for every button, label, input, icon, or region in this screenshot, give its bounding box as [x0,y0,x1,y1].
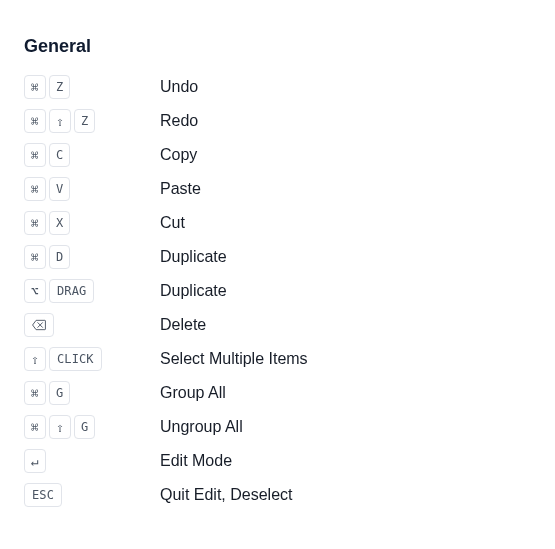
shortcut-list: ⌘ZUndo⌘⇧ZRedo⌘CCopy⌘VPaste⌘XCut⌘DDuplica… [24,75,531,507]
cmd-key: ⌘ [24,75,46,99]
key-z: Z [49,75,70,99]
cmd-key: ⌘ [24,245,46,269]
key-g: G [74,415,95,439]
shift-key: ⇧ [49,109,71,133]
shortcut-row: ⇧CLICKSelect Multiple Items [24,347,531,371]
key-v: V [49,177,70,201]
key-group: ↵ [24,449,160,473]
shortcut-row: ⌘DDuplicate [24,245,531,269]
key-group: ⌥DRAG [24,279,160,303]
shortcut-row: ⌘VPaste [24,177,531,201]
key-group: ⌘C [24,143,160,167]
shortcut-row: Delete [24,313,531,337]
shortcut-action: Duplicate [160,281,227,300]
backspace-icon [32,319,46,331]
key-drag: DRAG [49,279,94,303]
shortcut-row: ⌘CCopy [24,143,531,167]
key-group: ⌘G [24,381,160,405]
section-title: General [24,36,531,57]
shortcut-action: Duplicate [160,247,227,266]
key-group [24,313,160,337]
shortcut-action: Quit Edit, Deselect [160,485,293,504]
shortcut-row: ESCQuit Edit, Deselect [24,483,531,507]
key-x: X [49,211,70,235]
cmd-key: ⌘ [24,415,46,439]
key-z: Z [74,109,95,133]
key-d: D [49,245,70,269]
cmd-key: ⌘ [24,143,46,167]
key-group: ⌘⇧Z [24,109,160,133]
shortcut-row: ⌥DRAGDuplicate [24,279,531,303]
shortcut-action: Copy [160,145,197,164]
cmd-key: ⌘ [24,211,46,235]
key-esc: ESC [24,483,62,507]
shortcut-action: Ungroup All [160,417,243,436]
cmd-key: ⌘ [24,381,46,405]
shortcut-action: Redo [160,111,198,130]
shortcut-action: Delete [160,315,206,334]
key-group: ⌘X [24,211,160,235]
key-group: ⌘⇧G [24,415,160,439]
key-g: G [49,381,70,405]
key-group: ⌘Z [24,75,160,99]
cmd-key: ⌘ [24,177,46,201]
key-group: ⌘D [24,245,160,269]
shortcut-row: ⌘GGroup All [24,381,531,405]
key-group: ⇧CLICK [24,347,160,371]
cmd-key: ⌘ [24,109,46,133]
key-c: C [49,143,70,167]
shortcut-row: ⌘XCut [24,211,531,235]
shift-key: ⇧ [24,347,46,371]
enter-key: ↵ [24,449,46,473]
shortcut-row: ⌘⇧ZRedo [24,109,531,133]
shortcut-action: Undo [160,77,198,96]
shortcut-action: Edit Mode [160,451,232,470]
shortcut-row: ⌘⇧GUngroup All [24,415,531,439]
shift-key: ⇧ [49,415,71,439]
shortcut-action: Group All [160,383,226,402]
key-group: ESC [24,483,160,507]
shortcut-action: Cut [160,213,185,232]
shortcut-action: Paste [160,179,201,198]
option-key: ⌥ [24,279,46,303]
shortcut-row: ↵Edit Mode [24,449,531,473]
backspace-key [24,313,54,337]
shortcut-action: Select Multiple Items [160,349,308,368]
key-group: ⌘V [24,177,160,201]
shortcut-row: ⌘ZUndo [24,75,531,99]
key-click: CLICK [49,347,102,371]
